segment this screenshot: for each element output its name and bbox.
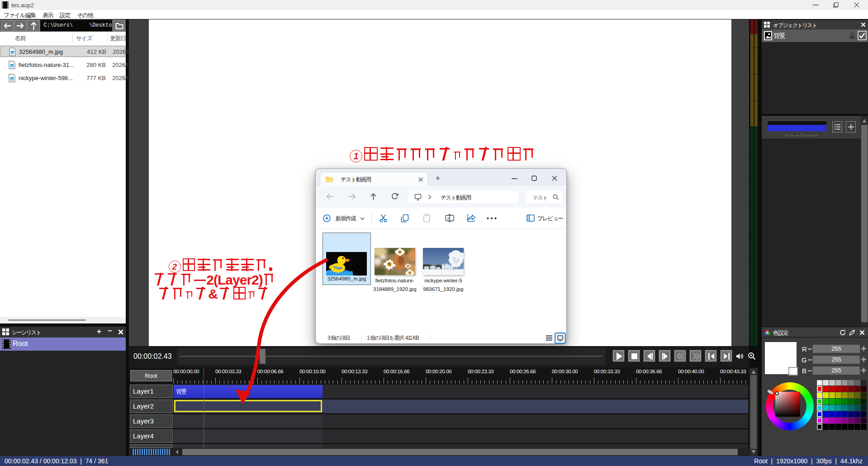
svg-text:A: A — [447, 216, 450, 221]
